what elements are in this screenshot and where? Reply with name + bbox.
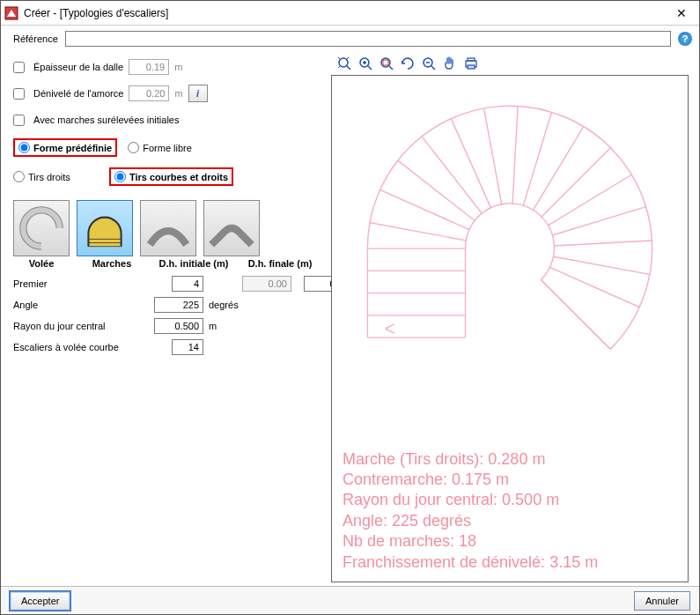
svg-line-33 (523, 113, 551, 206)
anno-marche: Marche (Tirs droits): 0.280 m (343, 449, 598, 470)
dialog-window: Créer - [Typologies d'escaliers] ✕ Référ… (0, 0, 700, 615)
epaisseur-value: 0.19 (129, 59, 169, 75)
forme-libre-group[interactable]: Forme libre (128, 142, 192, 153)
forme-predefinie-label: Forme prédéfinie (33, 143, 112, 153)
reference-row: Référence ? (1, 26, 699, 54)
premier-marches-input[interactable] (172, 276, 203, 292)
zoom-window-icon[interactable] (377, 54, 396, 73)
zoom-out-icon[interactable] (419, 54, 438, 73)
thumb-4[interactable] (203, 200, 260, 256)
premier-label: Premier (13, 278, 154, 289)
anno-angle: Angle: 225 degrés (343, 511, 598, 531)
zoom-in-icon[interactable] (356, 54, 375, 73)
svg-line-7 (368, 66, 372, 70)
epaisseur-checkbox[interactable] (13, 62, 25, 73)
forme-libre-label: Forme libre (143, 143, 192, 153)
thumb-1[interactable] (13, 200, 70, 256)
denivele-unit: m (174, 88, 182, 99)
svg-line-32 (512, 107, 518, 204)
tirs-droits-group[interactable]: Tirs droits (13, 171, 70, 182)
col-marches: Marches (77, 258, 147, 269)
epaisseur-unit: m (174, 62, 182, 72)
denivele-info-button[interactable]: i (188, 85, 208, 102)
parameters-grid: Premier Angle degrés Rayon du jour centr… (13, 276, 326, 355)
thumb-3[interactable] (140, 200, 196, 256)
pan-icon[interactable] (440, 54, 460, 73)
preview-toolbar (331, 54, 689, 75)
angle-unit: degrés (207, 300, 242, 310)
rotate-icon[interactable] (398, 54, 417, 73)
preview-canvas[interactable]: Marche (Tirs droits): 0.280 m Contremarc… (331, 75, 689, 582)
forme-predefinie-group[interactable]: Forme prédéfinie (13, 138, 117, 157)
reference-input[interactable] (65, 31, 671, 47)
cancel-button[interactable]: Annuler (634, 591, 690, 611)
svg-line-36 (548, 174, 631, 226)
svg-line-14 (431, 66, 435, 70)
svg-line-30 (451, 119, 490, 209)
svg-point-4 (339, 58, 348, 67)
anno-franchissement: Franchissement de dénivelé: 3.15 m (343, 552, 598, 573)
denivele-value: 0.20 (129, 85, 169, 101)
denivele-label: Dénivelé de l'amorce (33, 88, 123, 99)
tirs-droits-radio[interactable] (13, 171, 25, 182)
anno-rayon: Rayon du jour central: 0.500 m (343, 490, 598, 510)
forme-predefinie-radio[interactable] (18, 142, 30, 153)
svg-line-5 (347, 66, 350, 70)
svg-line-37 (552, 207, 645, 235)
preview-annotations: Marche (Tirs droits): 0.280 m Contremarc… (343, 449, 598, 573)
reference-label: Référence (13, 33, 58, 44)
tirs-courbes-label: Tirs courbes et droits (129, 172, 228, 182)
svg-rect-12 (383, 60, 388, 65)
close-button[interactable]: ✕ (667, 4, 696, 22)
thumbnails-row (13, 200, 326, 256)
accept-button[interactable]: Accepter (10, 591, 70, 611)
epaisseur-label: Épaisseur de la dalle (33, 62, 123, 72)
svg-line-26 (370, 223, 466, 241)
rayon-label: Rayon du jour central (13, 321, 154, 331)
rayon-unit: m (207, 321, 242, 331)
col-dh-finale: D.h. finale (m) (240, 258, 320, 269)
denivele-checkbox[interactable] (13, 88, 25, 100)
svg-line-11 (389, 66, 393, 70)
svg-rect-17 (468, 58, 475, 61)
anno-contremarche: Contremarche: 0.175 m (343, 470, 598, 490)
zoom-full-icon[interactable] (335, 54, 354, 73)
thumb-2[interactable] (77, 200, 133, 256)
svg-line-34 (533, 127, 584, 211)
angle-input[interactable] (154, 297, 203, 313)
svg-line-31 (484, 109, 502, 205)
tirs-courbes-group[interactable]: Tirs courbes et droits (109, 167, 233, 186)
col-dh-initiale: D.h. initiale (m) (154, 258, 233, 269)
marches-sur-label: Avec marches surélevées initiales (33, 115, 179, 125)
left-panel: Épaisseur de la dalle 0.19 m Dénivelé de… (13, 54, 326, 582)
right-panel: Marche (Tirs droits): 0.280 m Contremarc… (331, 54, 689, 582)
marches-sur-checkbox[interactable] (13, 115, 25, 126)
rayon-input[interactable] (154, 318, 203, 334)
window-title: Créer - [Typologies d'escaliers] (24, 7, 667, 19)
angle-label: Angle (13, 300, 154, 310)
svg-line-27 (380, 189, 470, 229)
tirs-courbes-radio[interactable] (114, 171, 126, 182)
print-icon[interactable] (461, 54, 481, 73)
escaliers-input[interactable] (172, 339, 203, 355)
svg-rect-18 (468, 65, 475, 69)
escaliers-label: Escaliers à volée courbe (13, 342, 154, 352)
forme-libre-radio[interactable] (128, 142, 139, 153)
premier-dhi-input (242, 276, 291, 292)
anno-nb: Nb de marches: 18 (343, 531, 598, 552)
svg-line-35 (541, 148, 610, 218)
help-icon[interactable]: ? (678, 32, 692, 46)
svg-line-39 (553, 256, 649, 274)
svg-line-38 (555, 241, 652, 246)
footer: Accepter Annuler (1, 586, 699, 614)
titlebar: Créer - [Typologies d'escaliers] ✕ (1, 1, 699, 26)
tirs-droits-label: Tirs droits (28, 172, 70, 182)
app-icon (4, 6, 18, 20)
col-volee: Volée (13, 258, 70, 269)
column-headers: Volée Marches D.h. initiale (m) D.h. fin… (13, 258, 326, 269)
